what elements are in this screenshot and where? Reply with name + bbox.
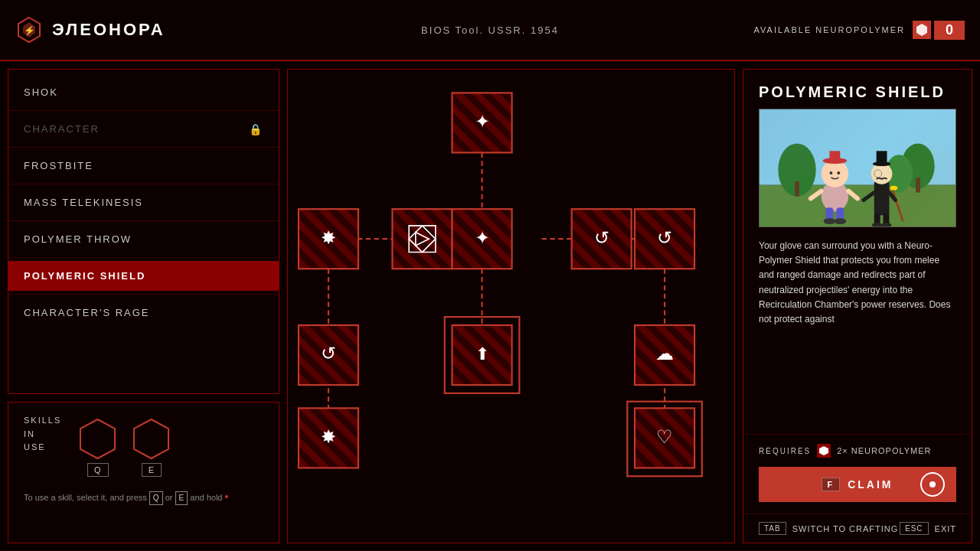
skill-tree: ✦ ✸ ✦	[288, 70, 734, 543]
skill-tree-svg: ✦ ✸ ✦	[288, 70, 734, 543]
svg-point-59	[834, 218, 846, 224]
svg-rect-46	[916, 178, 920, 193]
hint-text: To use a skill, select it, and press Q o…	[24, 488, 263, 505]
svg-point-49	[822, 160, 849, 187]
skills-in-use-label: SKILLS IN USE	[24, 414, 61, 455]
svg-marker-4	[134, 419, 168, 458]
svg-rect-60	[874, 181, 890, 215]
claim-button[interactable]: F CLAIM	[759, 467, 956, 502]
lock-icon: 🔒	[249, 123, 263, 135]
bottom-buttons: TAB SWITCH TO CRAFTING ESC EXIT	[743, 514, 972, 543]
tree-node-r4-left[interactable]: ✸	[299, 408, 358, 468]
svg-point-58	[824, 218, 836, 224]
skill-item-polymeric-shield[interactable]: POLYMERIC SHIELD	[8, 261, 279, 291]
claim-key: F	[822, 478, 840, 491]
svg-text:✸: ✸	[321, 227, 336, 248]
tab-label: SWITCH TO CRAFTING	[792, 524, 899, 533]
svg-marker-73	[819, 446, 828, 455]
tree-node-r3-1[interactable]: ↺	[299, 325, 358, 385]
svg-text:☁: ☁	[655, 343, 674, 364]
skills-in-use: SKILLS IN USE Q	[8, 402, 279, 543]
right-panel: POLYMERIC SHIELD	[743, 69, 972, 543]
main-content: SHOK CHARACTER 🔒 FROSTBITE MASS TELEKINE…	[0, 61, 980, 551]
divider-1	[8, 110, 279, 111]
tree-node-r3-center[interactable]: ⬆	[452, 325, 512, 385]
svg-rect-19	[392, 209, 452, 269]
skill-description: Your glove can surround you with a Neuro…	[743, 239, 972, 434]
tree-node-r2-1[interactable]: ✸	[299, 209, 358, 269]
tree-node-r2-3[interactable]: ✦	[452, 209, 512, 269]
hint-key-q: Q	[149, 491, 163, 505]
claim-label: CLAIM	[848, 478, 893, 491]
neuropolymer-icon	[913, 21, 931, 39]
skill-item-frostbite[interactable]: FROSTBITE	[8, 151, 279, 181]
svg-text:✸: ✸	[321, 426, 336, 447]
tree-node-top[interactable]: ✦	[452, 93, 512, 152]
svg-rect-51	[829, 151, 840, 162]
svg-point-53	[837, 171, 840, 174]
svg-text:⬆: ⬆	[475, 344, 489, 364]
skill-item-characters-rage[interactable]: CHARACTER'S RAGE	[8, 298, 279, 328]
skill-item-character[interactable]: CHARACTER 🔒	[8, 114, 279, 144]
slot-hexagon-q	[77, 418, 119, 460]
neuropolymer-count: 0	[913, 21, 965, 40]
svg-marker-3	[80, 419, 115, 458]
bios-title: BIOS Tool. USSR. 1954	[421, 24, 559, 36]
divider-6	[8, 294, 279, 295]
hint-dot: •	[225, 491, 229, 503]
available-label: AVAILABLE NEUROPOLYMER	[754, 25, 905, 34]
svg-text:✦: ✦	[475, 111, 490, 132]
slot-hexagon-e	[130, 418, 172, 460]
requires-icon	[817, 444, 831, 458]
logo-icon: ⚡	[15, 16, 43, 44]
hint-key-e: E	[175, 491, 188, 505]
skill-item-shok[interactable]: SHOK	[8, 77, 279, 107]
neuropolymer-area: AVAILABLE NEUROPOLYMER 0	[754, 21, 965, 40]
svg-text:✦: ✦	[475, 227, 490, 248]
svg-marker-2	[916, 24, 927, 36]
svg-text:↺: ↺	[594, 227, 609, 248]
top-bar: ⚡ ЭЛЕОНОРА BIOS Tool. USSR. 1954 AVAILAB…	[0, 0, 980, 61]
skill-slot-e: E	[130, 418, 172, 477]
neuropolymer-number: 0	[934, 21, 965, 40]
svg-text:↺: ↺	[321, 343, 336, 364]
character-name: ЭЛЕОНОРА	[52, 20, 165, 40]
skill-item-mass-telekinesis[interactable]: MASS TELEKINESIS	[8, 187, 279, 217]
tree-node-r4-right[interactable]: ♡	[635, 408, 694, 468]
esc-key: ESC	[900, 522, 929, 535]
divider-3	[8, 184, 279, 184]
divider-2	[8, 147, 279, 148]
slot-key-q: Q	[87, 463, 109, 477]
svg-rect-63	[877, 151, 887, 165]
divider-5	[8, 257, 279, 258]
switch-to-crafting-btn[interactable]: TAB SWITCH TO CRAFTING	[759, 522, 898, 535]
requires-area: REQUIRES 2× NEUROPOLYMER	[743, 434, 972, 467]
skill-slot-q: Q	[77, 418, 119, 477]
tree-node-r2-5[interactable]: ↺	[635, 209, 694, 269]
requires-label: REQUIRES	[759, 447, 811, 455]
svg-text:⚡: ⚡	[24, 24, 35, 36]
skill-slots: Q E	[77, 418, 172, 477]
skill-image-svg	[760, 109, 956, 227]
tree-node-r2-2[interactable]	[392, 209, 452, 269]
svg-point-66	[890, 186, 897, 191]
middle-panel: ✦ ✸ ✦	[287, 69, 735, 543]
slot-key-e: E	[142, 463, 162, 477]
tree-node-r2-4[interactable]: ↺	[572, 209, 632, 269]
svg-rect-44	[795, 181, 799, 197]
left-panel: SHOK CHARACTER 🔒 FROSTBITE MASS TELEKINE…	[8, 69, 279, 543]
divider-4	[8, 220, 279, 221]
skill-image	[759, 109, 956, 227]
exit-btn[interactable]: ESC EXIT	[900, 522, 956, 535]
requires-count: 2× NEUROPOLYMER	[837, 446, 931, 455]
skills-list: SHOK CHARACTER 🔒 FROSTBITE MASS TELEKINE…	[8, 69, 279, 394]
svg-text:♡: ♡	[656, 426, 673, 447]
claim-dot	[929, 481, 936, 487]
claim-circle	[920, 472, 945, 497]
tab-key: TAB	[759, 522, 786, 535]
svg-point-52	[829, 171, 832, 174]
esc-label: EXIT	[935, 524, 956, 533]
skill-item-polymer-throw[interactable]: POLYMER THROW	[8, 224, 279, 254]
tree-node-r3-right[interactable]: ☁	[635, 325, 694, 385]
svg-text:↺: ↺	[657, 227, 672, 248]
